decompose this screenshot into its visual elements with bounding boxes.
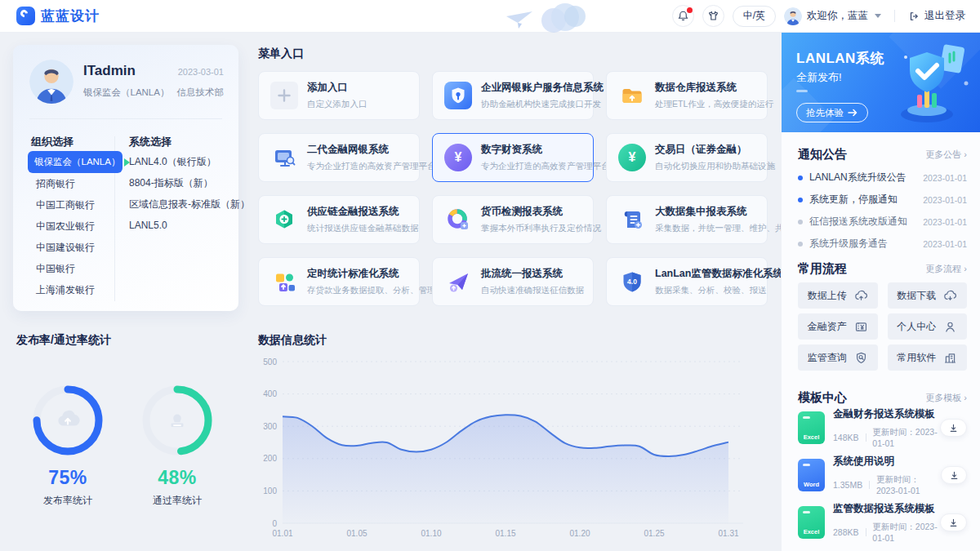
language-toggle[interactable]: 中/英	[733, 6, 776, 27]
divider	[866, 433, 866, 442]
sys-item[interactable]: 8804-指标版（新）	[129, 172, 250, 193]
flow-financial-assets[interactable]: 金融资产	[798, 313, 878, 340]
banner-dash	[796, 90, 808, 92]
sys-item[interactable]: 区域信息报表-标准版（新）	[129, 193, 250, 215]
menu-card-title: LanLan监管数据标准化系统	[655, 267, 767, 281]
user-name: ITadmin	[83, 63, 136, 79]
user-menu[interactable]: 欢迎你，蓝蓝	[784, 7, 881, 25]
chart-title: 数据信息统计	[258, 333, 327, 348]
menu-card-trading-day[interactable]: ¥ 交易日（证券金融）自动化切换应用和协助基础设施	[606, 133, 768, 182]
avatar	[29, 60, 74, 104]
menu-card-scheduled-stats[interactable]: 定时统计标准化系统存贷款业务数据提取、分析、管理	[258, 257, 420, 306]
menu-card-title: 数据仓库报送系统	[655, 81, 767, 95]
svg-text:400: 400	[263, 389, 277, 398]
menu-card-title: 供应链金融报送系统	[307, 205, 419, 219]
org-item[interactable]: 中国工商银行	[28, 194, 113, 216]
theme-skin-button[interactable]	[702, 5, 724, 27]
more-notices-link[interactable]: 更多公告	[925, 149, 967, 161]
flow-personal-center[interactable]: 个人中心	[888, 313, 968, 340]
svg-text:300: 300	[263, 422, 277, 431]
template-item[interactable]: Excel 金融财务报送系统模板 148KB更新时间：2023-01-01	[798, 410, 967, 446]
menu-card-digital-treasury[interactable]: ¥ 数字财资系统专为企业打造的高效资产管理平台	[432, 133, 594, 182]
flow-grid: 数据上传 数据下载 金融资产 个人中心 监管查询 常用软件	[798, 282, 967, 371]
svg-text:01.31: 01.31	[718, 529, 738, 538]
dashboard-screen: 蓝蓝设计 中/英 欢迎你，蓝蓝	[0, 0, 980, 551]
blocks-icon	[270, 268, 298, 295]
gauge-pass-rate: 48% 通过率统计	[122, 382, 232, 508]
shield-40-icon: 4.0	[618, 268, 646, 295]
file-type-label: Excel	[798, 528, 825, 535]
header-divider	[894, 10, 895, 22]
notice-item[interactable]: 系统升级服务通告2023-01-01	[798, 233, 967, 255]
download-button[interactable]	[940, 513, 967, 531]
app-logo[interactable]: 蓝蓝设计	[16, 7, 100, 25]
yen-purple-icon: ¥	[444, 144, 472, 171]
data-info-chart: 010020030040050001.0101.0501.1001.1501.2…	[258, 351, 768, 545]
menu-card-supply-chain[interactable]: 供应链金融报送系统统计报送供应链金融基础数据	[258, 195, 420, 244]
download-button[interactable]	[940, 419, 967, 437]
sys-item[interactable]: LANL5.0	[129, 215, 250, 236]
menu-card-gen2-ebank[interactable]: 二代金融网银系统专为企业打造的高效资产管理平台	[258, 133, 420, 182]
menu-card-ebank-account[interactable]: 企业网银账户服务信息系统协助金融机构快速完成接口开发	[432, 71, 594, 120]
folder-icon	[618, 82, 646, 109]
user-org: 银保监会（LANLA）	[83, 87, 169, 99]
flow-data-download[interactable]: 数据下载	[888, 282, 968, 309]
download-icon	[948, 423, 959, 433]
svg-text:4.0: 4.0	[627, 278, 637, 286]
org-select-title: 组织选择	[31, 135, 74, 149]
word-file-icon: Word	[798, 459, 825, 491]
banner-subtitle: 全新发布!	[796, 70, 842, 85]
more-flows-link[interactable]: 更多流程	[925, 263, 967, 275]
cloud-upload-icon	[854, 289, 868, 303]
notification-button[interactable]	[672, 5, 694, 27]
org-item-selected[interactable]: 银保监会（LANLA）	[28, 151, 122, 173]
more-templates-link[interactable]: 更多模板	[925, 392, 967, 404]
org-item[interactable]: 中国银行	[28, 258, 113, 279]
user-icon	[943, 320, 957, 334]
hexagon-plus-icon	[270, 206, 298, 233]
notice-item[interactable]: 系统更新，停服通知2023-01-01	[798, 189, 967, 211]
gauges: 75% 发布率统计 48% 通过率统计	[13, 382, 232, 508]
file-size: 148KB	[833, 433, 859, 442]
logo-icon	[16, 7, 35, 25]
template-item[interactable]: Word 系统使用说明 1.35MB更新时间：2023-01-01	[798, 457, 967, 493]
svg-text:200: 200	[263, 454, 277, 463]
menu-card-data-warehouse[interactable]: 数据仓库报送系统处理ETL作业，高效便捷的运行	[606, 71, 768, 120]
plus-icon	[270, 82, 298, 109]
ticket-yen-icon	[854, 320, 868, 334]
svg-text:01.01: 01.01	[272, 529, 292, 538]
menu-card-title: 批流统一报送系统	[481, 267, 584, 281]
notice-item[interactable]: 征信报送系统改版通知2023-01-01	[798, 211, 967, 233]
menu-card-currency-report[interactable]: 货币检测报表系统掌握本外币利率执行及定价情况	[432, 195, 594, 244]
menu-card-bigdata-report[interactable]: 大数据集中报表系统采集数据，并统一管理、维护、共享	[606, 195, 768, 244]
org-item[interactable]: 中国农业银行	[28, 216, 113, 237]
flows-title: 常用流程	[798, 261, 847, 277]
try-now-label: 抢先体验	[806, 107, 844, 119]
template-list: Excel 金融财务报送系统模板 148KB更新时间：2023-01-01 Wo…	[798, 410, 967, 551]
menu-card-add-entry[interactable]: 添加入口自定义添加入口	[258, 71, 420, 120]
logout-button[interactable]: 退出登录	[908, 9, 965, 23]
notice-item[interactable]: LANLAN系统升级公告2023-01-01	[798, 167, 967, 189]
org-item[interactable]: 中国建设银行	[28, 237, 113, 258]
flow-regulatory-query[interactable]: 监管查询	[798, 344, 878, 371]
flow-common-software[interactable]: 常用软件	[888, 344, 968, 371]
template-item[interactable]: Excel 监管数据报送系统模板 288KB更新时间：2023-01-01	[798, 504, 967, 540]
try-now-button[interactable]: 抢先体验	[796, 103, 868, 122]
menu-card-batch-stream[interactable]: 批流统一报送系统自动快速准确报送征信数据	[432, 257, 594, 306]
sys-item[interactable]: LANL4.0（银行版）	[129, 151, 250, 172]
promo-banner[interactable]: LANLAN系统 全新发布! 抢先体验	[782, 33, 980, 132]
menu-card-title: 货币检测报表系统	[481, 205, 593, 219]
notice-text: 系统升级服务通告	[809, 237, 923, 251]
cloud-download-icon	[943, 289, 957, 303]
menu-card-lanlan-regdata[interactable]: 4.0 LanLan监管数据标准化系统数据采集、分析、校验、报送	[606, 257, 768, 306]
download-button[interactable]	[941, 466, 967, 484]
caret-down-icon	[875, 14, 881, 18]
building-icon	[943, 351, 957, 365]
menu-card-title: 交易日（证券金融）	[655, 143, 767, 157]
org-item[interactable]: 招商银行	[28, 173, 113, 194]
org-item[interactable]: 上海浦发银行	[28, 279, 113, 300]
notice-text: LANLAN系统升级公告	[809, 171, 923, 184]
flow-data-upload[interactable]: 数据上传	[798, 282, 878, 309]
donut-chart-icon	[444, 206, 472, 233]
svg-text:01.10: 01.10	[421, 529, 441, 538]
